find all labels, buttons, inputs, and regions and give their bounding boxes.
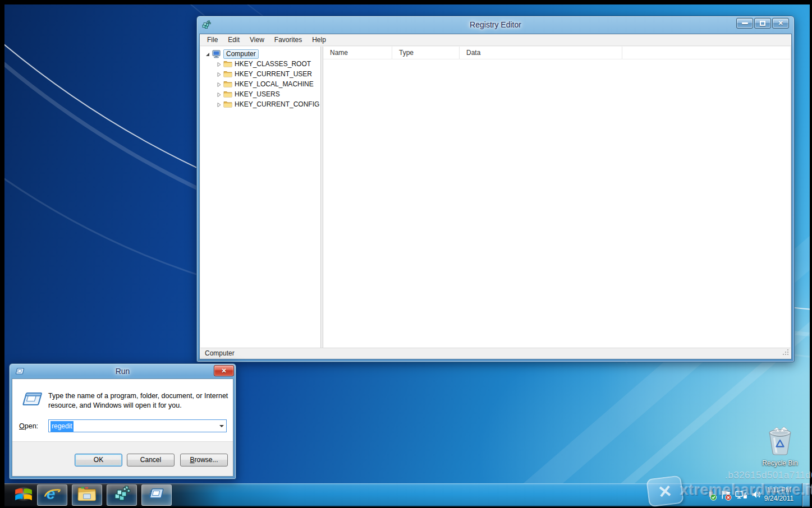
- taskbar-registry-editor[interactable]: [107, 484, 137, 506]
- column-header-empty: [622, 47, 790, 59]
- expander-expanded-icon[interactable]: [205, 51, 210, 57]
- start-button[interactable]: [10, 485, 37, 505]
- combo-dropdown-button[interactable]: [217, 420, 226, 432]
- recycle-bin-label: Recycle Bin: [762, 459, 798, 467]
- tree-node-computer[interactable]: Computer: [200, 49, 320, 59]
- column-header-data[interactable]: Data: [460, 47, 622, 59]
- registry-editor-window: Registry Editor ✕ File Edit View Favorit…: [196, 16, 795, 362]
- window-title: Registry Editor: [197, 16, 794, 34]
- tree-node-hkey-current-config[interactable]: HKEY_CURRENT_CONFIG: [200, 99, 320, 109]
- watermark-hash: .b32615d501a711d0: [725, 470, 812, 481]
- expander-collapsed-icon[interactable]: [216, 81, 222, 87]
- close-button[interactable]: ✕: [772, 18, 789, 29]
- folder-icon: [223, 100, 232, 109]
- folder-icon: [77, 486, 97, 504]
- registry-editor-client: File Edit View Favorites Help: [199, 34, 792, 359]
- open-label: Open:: [19, 422, 38, 430]
- registry-tree-panel: Computer HKEY_CLASSES_ROOT: [200, 47, 321, 348]
- internet-explorer-icon: e: [43, 485, 62, 505]
- tree-node-hkey-local-machine[interactable]: HKEY_LOCAL_MACHINE: [200, 79, 320, 89]
- maximize-button[interactable]: [754, 18, 771, 29]
- tree-node-hkey-current-user[interactable]: HKEY_CURRENT_USER: [200, 69, 320, 79]
- chevron-down-icon: [219, 425, 224, 427]
- registry-values-panel: Name Type Data: [323, 47, 790, 348]
- menu-edit[interactable]: Edit: [223, 35, 245, 45]
- expander-collapsed-icon[interactable]: [216, 61, 222, 67]
- tree-node-label[interactable]: HKEY_CURRENT_CONFIG: [235, 100, 319, 108]
- cancel-button[interactable]: Cancel: [127, 454, 175, 467]
- registry-editor-titlebar[interactable]: Registry Editor ✕: [197, 16, 794, 34]
- folder-icon: [223, 90, 232, 99]
- run-dialog: Run ✕ Type the name of a program, folder…: [9, 363, 236, 479]
- close-icon: ✕: [221, 367, 226, 374]
- regedit-icon: [113, 485, 131, 505]
- run-footer: OK Cancel Browse...: [12, 441, 233, 476]
- tree-node-hkey-users[interactable]: HKEY_USERS: [200, 89, 320, 99]
- browse-button[interactable]: Browse...: [180, 454, 228, 467]
- recycle-bin[interactable]: Recycle Bin: [762, 425, 798, 467]
- run-description: Type the name of a program, folder, docu…: [48, 391, 229, 410]
- watermark-logo: ✕: [646, 475, 684, 507]
- windows-logo-icon: [14, 486, 33, 504]
- run-window-icon: [15, 367, 25, 375]
- list-header: Name Type Data: [323, 47, 790, 59]
- menubar: File Edit View Favorites Help: [200, 34, 791, 46]
- expander-collapsed-icon[interactable]: [216, 71, 222, 77]
- run-client: Type the name of a program, folder, docu…: [12, 378, 233, 477]
- taskbar-run[interactable]: [141, 484, 172, 506]
- regedit-icon: [201, 20, 211, 30]
- maximize-icon: [760, 21, 765, 26]
- minimize-button[interactable]: [736, 18, 753, 29]
- run-titlebar[interactable]: Run ✕: [10, 364, 236, 378]
- tree-node-hkey-classes-root[interactable]: HKEY_CLASSES_ROOT: [200, 59, 320, 69]
- run-title: Run: [10, 364, 236, 378]
- expander-collapsed-icon[interactable]: [216, 101, 222, 107]
- status-text: Computer: [205, 349, 235, 357]
- run-icon: [20, 391, 44, 410]
- taskbar-internet-explorer[interactable]: e: [37, 484, 67, 506]
- selected-text[interactable]: regedit: [51, 421, 74, 432]
- folder-icon: [223, 59, 232, 68]
- open-label-rest: pen:: [25, 422, 38, 430]
- tree-node-label[interactable]: HKEY_CLASSES_ROOT: [235, 60, 311, 68]
- open-combobox[interactable]: regedit: [48, 419, 227, 432]
- browse-accel: B: [190, 456, 194, 464]
- folder-icon: [223, 70, 232, 78]
- open-label-accel: O: [19, 422, 25, 430]
- caption-buttons: ✕: [736, 18, 789, 29]
- statusbar: Computer: [200, 348, 791, 359]
- column-header-name[interactable]: Name: [323, 47, 392, 59]
- menu-file[interactable]: File: [202, 35, 223, 45]
- ok-button[interactable]: OK: [75, 454, 122, 467]
- run-window-icon: [148, 487, 166, 504]
- tree-node-label[interactable]: HKEY_LOCAL_MACHINE: [235, 80, 314, 88]
- tree-node-label[interactable]: Computer: [223, 49, 259, 59]
- menu-view[interactable]: View: [245, 35, 269, 45]
- expander-collapsed-icon[interactable]: [216, 91, 222, 97]
- svg-text:e: e: [47, 485, 56, 502]
- tree-node-label[interactable]: HKEY_USERS: [235, 90, 280, 98]
- column-header-type[interactable]: Type: [392, 47, 460, 59]
- run-close-button[interactable]: ✕: [214, 365, 234, 376]
- run-body: Type the name of a program, folder, docu…: [12, 379, 233, 441]
- computer-icon: [212, 49, 221, 58]
- watermark-text: xtremehardware.it: [680, 482, 812, 499]
- browse-rest: rowse...: [195, 456, 218, 464]
- tree-node-label[interactable]: HKEY_CURRENT_USER: [235, 70, 312, 78]
- open-input[interactable]: regedit: [49, 422, 217, 430]
- taskbar-file-explorer[interactable]: [72, 484, 102, 506]
- folder-icon: [223, 80, 232, 89]
- watermark-x-icon: ✕: [657, 481, 673, 502]
- menu-favorites[interactable]: Favorites: [269, 35, 307, 45]
- minimize-icon: [742, 22, 748, 24]
- resize-grip[interactable]: [782, 349, 790, 358]
- recycle-bin-icon[interactable]: [765, 449, 795, 458]
- menu-help[interactable]: Help: [307, 35, 331, 45]
- close-icon: ✕: [778, 20, 783, 27]
